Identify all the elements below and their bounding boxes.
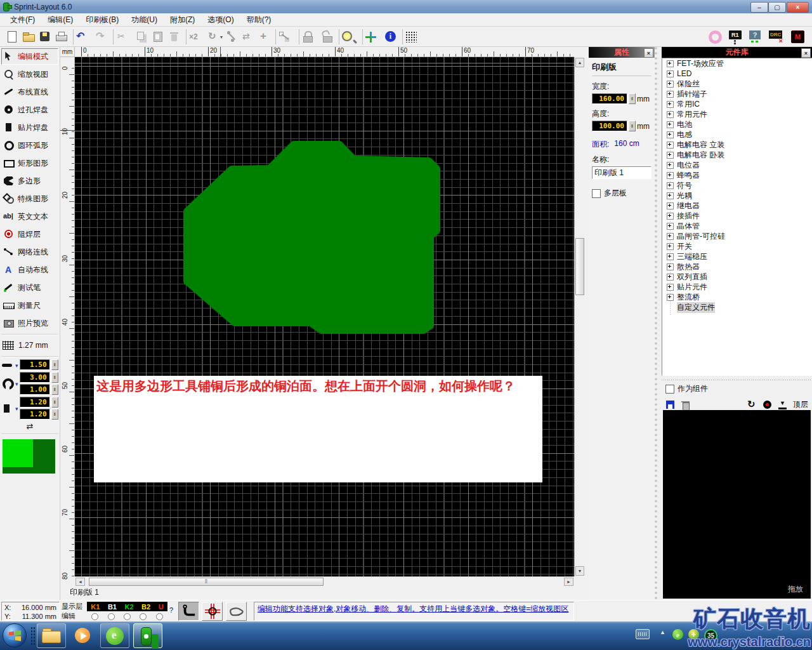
- flip-icon[interactable]: [239, 29, 256, 44]
- maximize-button[interactable]: ▢: [768, 2, 786, 13]
- library-item[interactable]: 自定义元件: [662, 302, 811, 312]
- library-item[interactable]: 双列直插: [662, 272, 811, 282]
- bend-mode-button[interactable]: [178, 602, 199, 621]
- layer-dot-icon[interactable]: [763, 400, 773, 410]
- expand-icon[interactable]: [667, 81, 674, 88]
- library-item[interactable]: 插针端子: [662, 89, 811, 99]
- ratsnest-icon[interactable]: [275, 29, 296, 44]
- redo-icon[interactable]: [93, 29, 110, 44]
- grid-setting[interactable]: 1.27 mm: [0, 337, 60, 354]
- expand-icon[interactable]: [667, 60, 674, 67]
- close-icon[interactable]: ×: [644, 48, 653, 58]
- expand-icon[interactable]: [667, 223, 674, 230]
- expand-icon[interactable]: [667, 152, 674, 159]
- chevron-down-icon[interactable]: [15, 361, 18, 369]
- library-item[interactable]: 开关: [662, 241, 811, 251]
- menu-item[interactable]: 编辑(E): [41, 13, 79, 27]
- expand-icon[interactable]: [667, 263, 674, 270]
- swap-values-icon[interactable]: [0, 421, 60, 431]
- library-item[interactable]: FET-场效应管: [662, 58, 811, 69]
- expand-icon[interactable]: [667, 70, 674, 77]
- tool-trace-line[interactable]: 布线直线: [1, 84, 58, 100]
- open-file-icon[interactable]: [20, 29, 37, 44]
- place-top-icon[interactable]: [778, 400, 788, 410]
- layer-radio[interactable]: [140, 613, 147, 620]
- scroll-down-icon[interactable]: ▼: [575, 566, 584, 576]
- smd-width-field[interactable]: 1.20: [20, 397, 50, 408]
- smd-width-stepper[interactable]: [51, 397, 58, 408]
- expand-icon[interactable]: [667, 162, 674, 169]
- library-item[interactable]: LED: [662, 69, 811, 79]
- vertical-scroll-thumb[interactable]: [575, 238, 584, 295]
- raster-grid-icon[interactable]: [402, 29, 422, 44]
- component-help-icon[interactable]: [747, 29, 764, 44]
- layer-color-swatch[interactable]: [3, 439, 55, 474]
- delete-icon[interactable]: [166, 29, 183, 44]
- rotate-component-icon[interactable]: [747, 400, 757, 410]
- as-component-checkbox[interactable]: [665, 385, 674, 394]
- smd-height-stepper[interactable]: [51, 409, 58, 420]
- layer-chip[interactable]: K2: [124, 603, 133, 611]
- menu-item[interactable]: 附加(Z): [164, 13, 201, 27]
- unlock-icon[interactable]: [319, 29, 336, 44]
- library-item[interactable]: 贴片元件: [662, 282, 811, 292]
- library-item[interactable]: 电池: [662, 119, 811, 129]
- zoom-icon[interactable]: [339, 29, 359, 44]
- footprint-r1-icon[interactable]: [727, 29, 743, 44]
- library-item[interactable]: 继电器: [662, 201, 811, 211]
- layer-radio[interactable]: [91, 613, 98, 620]
- track-width-field[interactable]: 1.50: [20, 359, 50, 370]
- close-icon[interactable]: ×: [801, 48, 811, 58]
- library-item[interactable]: 整流桥: [662, 292, 811, 302]
- copper-polygon[interactable]: [187, 145, 436, 330]
- library-item[interactable]: 电解电容 卧装: [662, 150, 811, 160]
- scale-x2-icon[interactable]: [186, 29, 206, 44]
- expand-icon[interactable]: [667, 284, 674, 291]
- library-item[interactable]: 电位器: [662, 160, 811, 170]
- rotate-icon[interactable]: [206, 29, 223, 44]
- expand-icon[interactable]: [667, 142, 674, 149]
- document-tab[interactable]: 印刷版 1: [63, 587, 105, 599]
- scroll-left-icon[interactable]: ◄: [75, 578, 85, 586]
- library-item[interactable]: 晶闸管-可控硅: [662, 231, 811, 241]
- horizontal-scroll-thumb[interactable]: [89, 578, 324, 586]
- library-item[interactable]: 常用元件: [662, 109, 811, 119]
- tray-expand-icon[interactable]: ▲: [660, 629, 665, 635]
- expand-icon[interactable]: [667, 182, 674, 189]
- menu-item[interactable]: 选项(O): [201, 13, 240, 27]
- lock-icon[interactable]: [299, 29, 319, 44]
- expand-icon[interactable]: [667, 121, 674, 128]
- keyboard-tray-icon[interactable]: [636, 629, 650, 639]
- tool-zoom-view[interactable]: 缩放视图: [1, 66, 58, 83]
- start-button[interactable]: [3, 623, 27, 647]
- tool-smd-pad[interactable]: 贴片焊盘: [1, 119, 58, 136]
- pcb-canvas[interactable]: 这是用多边形工具铺铜后形成的铜泊面。想在上面开个圆洞，如何操作呢？: [75, 57, 574, 576]
- tool-net-connection[interactable]: 网络连线: [1, 244, 58, 260]
- horizontal-scrollbar[interactable]: ◄ ►: [75, 576, 574, 586]
- expand-icon[interactable]: [667, 274, 674, 281]
- undo-icon[interactable]: [73, 29, 93, 44]
- layer-chip[interactable]: U: [159, 603, 164, 611]
- library-item[interactable]: 电感: [662, 129, 811, 140]
- tool-test-pen[interactable]: 测试笔: [1, 279, 58, 296]
- library-item[interactable]: 常用IC: [662, 99, 811, 109]
- scroll-right-icon[interactable]: ►: [564, 578, 573, 586]
- print-icon[interactable]: [53, 29, 70, 44]
- track-width-stepper[interactable]: [51, 359, 58, 370]
- width-stepper[interactable]: [629, 93, 636, 104]
- solder-mask-icon[interactable]: [707, 29, 723, 44]
- expand-icon[interactable]: [667, 111, 674, 118]
- taskbar-browser[interactable]: [100, 623, 129, 648]
- crosshair-button[interactable]: [202, 602, 223, 621]
- menu-item[interactable]: 印刷板(B): [79, 13, 125, 27]
- layer-radio[interactable]: [124, 613, 131, 620]
- chevron-down-icon[interactable]: [15, 379, 18, 388]
- library-item[interactable]: 蜂鸣器: [662, 170, 811, 180]
- tool-photo-preview[interactable]: 照片预览: [1, 315, 58, 331]
- height-stepper[interactable]: [629, 121, 636, 131]
- library-item[interactable]: 电解电容 立装: [662, 140, 811, 150]
- center-icon[interactable]: [256, 29, 272, 44]
- library-item[interactable]: 三端稳压: [662, 251, 811, 262]
- pad-inner-stepper[interactable]: [51, 384, 58, 395]
- expand-icon[interactable]: [667, 233, 674, 240]
